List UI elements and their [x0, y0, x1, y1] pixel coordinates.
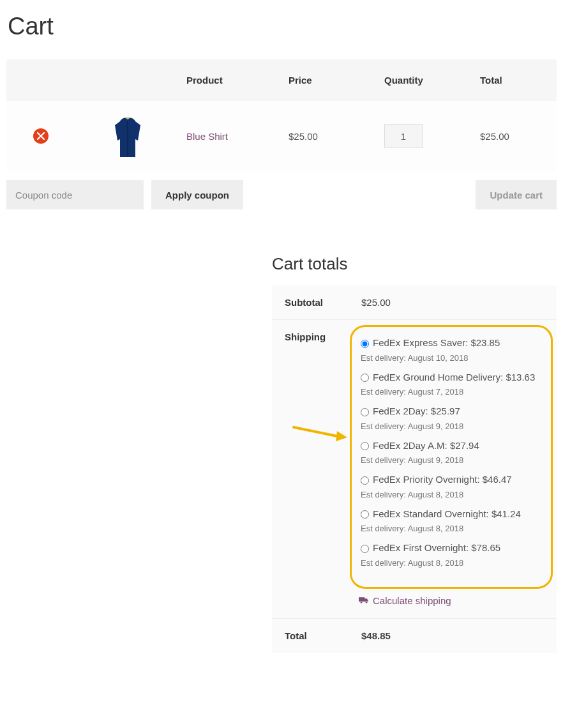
shipping-option-label[interactable]: FedEx Priority Overnight: $46.47 — [373, 474, 512, 485]
shipping-label: Shipping — [272, 320, 349, 619]
col-product: Product — [179, 59, 281, 101]
shipping-option: FedEx Express Saver: $23.85 — [361, 336, 542, 351]
product-link[interactable]: Blue Shirt — [186, 131, 228, 142]
shipping-option-est: Est delivery: August 7, 2018 — [361, 387, 542, 397]
svg-point-2 — [360, 602, 362, 603]
calculate-shipping-label: Calculate shipping — [373, 595, 451, 606]
shipping-options-highlight: FedEx Express Saver: $23.85Est delivery:… — [350, 325, 553, 589]
svg-line-0 — [294, 427, 337, 436]
shipping-option-radio[interactable] — [361, 442, 369, 450]
shipping-option-est: Est delivery: August 8, 2018 — [361, 490, 542, 499]
shipping-option-label[interactable]: FedEx First Overnight: $78.65 — [373, 542, 500, 553]
calculate-shipping-link[interactable]: Calculate shipping — [359, 595, 451, 606]
apply-coupon-button[interactable]: Apply coupon — [151, 180, 243, 209]
shipping-option: FedEx Ground Home Delivery: $13.63 — [361, 370, 542, 385]
shipping-option-radio[interactable] — [361, 374, 369, 382]
close-icon — [37, 132, 45, 140]
shipping-option: FedEx Priority Overnight: $46.47 — [361, 473, 542, 487]
product-thumbnail[interactable] — [107, 114, 148, 158]
shipping-option-est: Est delivery: August 8, 2018 — [361, 558, 542, 568]
shipping-option: FedEx 2Day: $25.97 — [361, 404, 542, 419]
truck-icon — [359, 596, 369, 605]
shipping-option: FedEx First Overnight: $78.65 — [361, 541, 542, 556]
shipping-option-est: Est delivery: August 9, 2018 — [361, 421, 542, 431]
table-row: Blue Shirt $25.00 $25.00 — [6, 101, 557, 171]
shipping-option-radio[interactable] — [361, 408, 369, 416]
coupon-code-input[interactable] — [6, 180, 144, 209]
shipping-option-radio[interactable] — [361, 340, 369, 348]
annotation-arrow-icon — [291, 422, 349, 441]
cart-totals-table: Subtotal $25.00 Shipping FedEx Express S… — [272, 285, 557, 653]
remove-item-button[interactable] — [33, 128, 49, 144]
col-total: Total — [472, 59, 557, 101]
col-price: Price — [281, 59, 377, 101]
page-title: Cart — [8, 13, 557, 40]
svg-marker-1 — [336, 431, 347, 441]
quantity-input[interactable] — [384, 124, 423, 148]
shipping-option-est: Est delivery: August 8, 2018 — [361, 524, 542, 533]
subtotal-value: $25.00 — [349, 285, 557, 320]
item-price: $25.00 — [281, 101, 377, 171]
shipping-option-radio[interactable] — [361, 510, 369, 519]
update-cart-button[interactable]: Update cart — [476, 180, 557, 209]
shipping-option: FedEx 2Day A.M: $27.94 — [361, 439, 542, 453]
shipping-option-label[interactable]: FedEx 2Day: $25.97 — [373, 406, 460, 416]
item-total: $25.00 — [472, 101, 557, 171]
coupon-row: Apply coupon Update cart — [6, 180, 557, 209]
col-remove — [6, 59, 77, 101]
shipping-option-est: Est delivery: August 9, 2018 — [361, 455, 542, 465]
shipping-option-label[interactable]: FedEx Standard Overnight: $41.24 — [373, 508, 521, 519]
svg-point-3 — [365, 602, 367, 603]
col-quantity: Quantity — [377, 59, 472, 101]
subtotal-label: Subtotal — [272, 285, 349, 320]
shipping-option-est: Est delivery: August 10, 2018 — [361, 353, 542, 363]
total-label: Total — [272, 619, 349, 653]
shipping-option: FedEx Standard Overnight: $41.24 — [361, 507, 542, 522]
total-value: $48.85 — [349, 619, 557, 653]
shipping-option-label[interactable]: FedEx Ground Home Delivery: $13.63 — [373, 372, 535, 383]
shipping-option-label[interactable]: FedEx Express Saver: $23.85 — [373, 337, 500, 348]
cart-totals-title: Cart totals — [272, 254, 557, 274]
col-thumb — [77, 59, 179, 101]
shipping-option-label[interactable]: FedEx 2Day A.M: $27.94 — [373, 440, 479, 451]
shipping-option-radio[interactable] — [361, 476, 369, 485]
cart-table: Product Price Quantity Total — [6, 59, 557, 171]
shipping-option-radio[interactable] — [361, 545, 369, 553]
